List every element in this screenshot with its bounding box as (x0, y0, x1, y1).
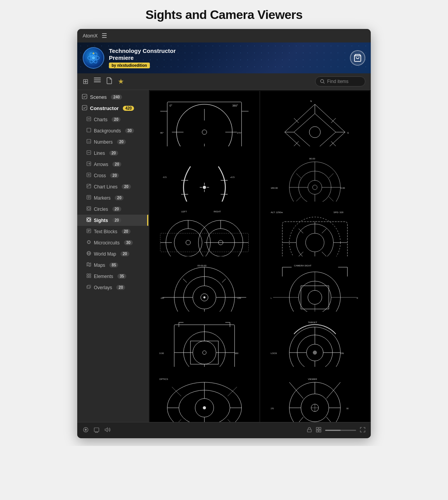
svg-rect-215 (307, 429, 311, 432)
svg-rect-7 (94, 80, 101, 80)
sidebar-item-chartlines[interactable]: Chart Lines 20 (77, 181, 148, 192)
sidebar-item-backgrounds[interactable]: Backgrounds 30 (77, 125, 148, 136)
svg-point-0 (92, 56, 95, 59)
svg-text:0°: 0° (170, 104, 172, 107)
svg-point-27 (88, 207, 90, 210)
svg-rect-163 (190, 341, 218, 364)
markers-label: Markers (94, 195, 110, 201)
svg-point-111 (174, 229, 202, 256)
svg-point-148 (204, 297, 205, 298)
app-window: AtomX ☰ Technology ConstructorPremiere b… (77, 29, 371, 438)
cart-button[interactable] (350, 50, 365, 66)
svg-point-68 (202, 130, 207, 134)
grid-view-icon[interactable] (316, 427, 321, 434)
bottom-left-icons (83, 427, 110, 434)
svg-text:-180: -180 (160, 297, 164, 299)
svg-point-75 (309, 127, 321, 138)
bottom-bar (77, 422, 371, 438)
svg-rect-219 (319, 430, 321, 432)
arrows-count: 20 (112, 162, 121, 167)
grid-item-11[interactable]: OPTICS (150, 367, 259, 422)
circles-icon (87, 206, 91, 212)
elements-count: 35 (117, 274, 126, 279)
sidebar-item-textblocks[interactable]: Text Blocks 20 (77, 226, 148, 237)
sidebar-item-arrows[interactable]: Arrows 20 (77, 159, 148, 170)
title-bar: AtomX ☰ (77, 29, 371, 42)
circles-label: Circles (94, 207, 108, 212)
svg-text:SPD: 320: SPD: 320 (334, 211, 344, 214)
svg-text:VIEWER: VIEWER (308, 378, 317, 380)
svg-text:-0.5: -0.5 (163, 176, 167, 178)
numbers-icon: 12 (87, 139, 91, 145)
overlays-count: 20 (116, 285, 125, 290)
svg-rect-14 (87, 128, 91, 132)
sidebar-item-lines[interactable]: Lines 20 (77, 147, 148, 159)
svg-rect-218 (316, 430, 318, 432)
menu-icon[interactable]: ☰ (102, 32, 107, 39)
charts-icon (87, 117, 91, 122)
svg-rect-6 (94, 78, 101, 78)
elements-icon (87, 273, 91, 279)
filter-icon[interactable]: ⊞ (83, 77, 88, 86)
lock-icon[interactable] (307, 427, 312, 434)
constructor-icon (82, 105, 87, 112)
svg-point-190 (203, 407, 206, 409)
cross-label: Cross (94, 173, 106, 178)
svg-text:90: 90 (346, 408, 349, 410)
arrows-icon (87, 161, 91, 167)
microcircuits-label: Microcircuits (94, 240, 120, 246)
sidebar-items-list: Charts 20 Backgrounds 30 12 Numbers 20 (77, 114, 148, 293)
maps-count: 85 (109, 263, 118, 268)
svg-text:ON: ON (341, 352, 344, 354)
sights-icon (87, 217, 91, 223)
preview-icon[interactable] (93, 427, 100, 434)
svg-text:RIGHT: RIGHT (214, 210, 221, 213)
svg-point-25 (88, 196, 90, 198)
sidebar-item-overlays[interactable]: Overlays 20 (77, 282, 148, 293)
svg-rect-12 (82, 105, 87, 110)
svg-rect-11 (82, 94, 87, 99)
motion-icon[interactable] (83, 427, 89, 434)
sidebar-scenes-header[interactable]: Scenes 240 (77, 90, 148, 103)
sidebar-item-microcircuits[interactable]: Microcircuits 30 (77, 237, 148, 248)
svg-text:90.00: 90.00 (309, 158, 316, 160)
sidebar-item-maps[interactable]: Maps 85 (77, 259, 148, 271)
arrows-label: Arrows (94, 162, 108, 167)
svg-rect-216 (316, 427, 318, 429)
favorites-icon[interactable]: ★ (118, 77, 124, 86)
grid-item-12[interactable]: VIEWER 270 90 (260, 367, 370, 422)
sidebar-item-numbers[interactable]: 12 Numbers 20 (77, 136, 148, 147)
file-icon[interactable] (106, 77, 112, 86)
sidebar-item-worldmap[interactable]: World Map 20 (77, 248, 148, 259)
sidebar-item-markers[interactable]: Markers 20 (77, 192, 148, 203)
fullscreen-icon[interactable] (360, 427, 365, 434)
worldmap-count: 20 (120, 251, 129, 256)
svg-text:E: E (348, 132, 349, 134)
sights-count: 20 (112, 218, 121, 223)
sidebar-constructor-header[interactable]: Constructor 420 (77, 103, 148, 114)
svg-text:0.00: 0.00 (160, 352, 164, 354)
svg-point-178 (313, 351, 317, 355)
svg-point-4 (93, 53, 94, 54)
list-icon[interactable] (94, 78, 101, 86)
sidebar: Scenes 240 Constructor 420 (77, 90, 149, 422)
svg-point-29 (88, 219, 90, 221)
banner-info: Technology ConstructorPremiere by nlxstu… (109, 47, 176, 68)
sidebar-item-circles[interactable]: Circles 20 (77, 203, 148, 215)
search-box[interactable]: Find items (315, 76, 365, 86)
svg-text:12: 12 (88, 141, 90, 143)
zoom-slider[interactable] (325, 430, 356, 431)
charts-label: Charts (94, 117, 107, 122)
svg-text:180.00: 180.00 (271, 187, 278, 189)
audio-icon[interactable] (104, 427, 110, 434)
svg-text:360°: 360° (232, 104, 238, 107)
sidebar-item-charts[interactable]: Charts 20 (77, 114, 148, 125)
svg-rect-56 (89, 276, 91, 278)
svg-line-81 (331, 118, 336, 123)
svg-text:270: 270 (271, 408, 274, 410)
sidebar-item-sights[interactable]: Sights 20 (77, 215, 148, 226)
svg-text:ALT: 1250m: ALT: 1250m (271, 211, 283, 214)
maps-label: Maps (94, 263, 105, 268)
sidebar-item-elements[interactable]: Elements 35 (77, 271, 148, 282)
sidebar-item-cross[interactable]: Cross 20 (77, 170, 148, 181)
